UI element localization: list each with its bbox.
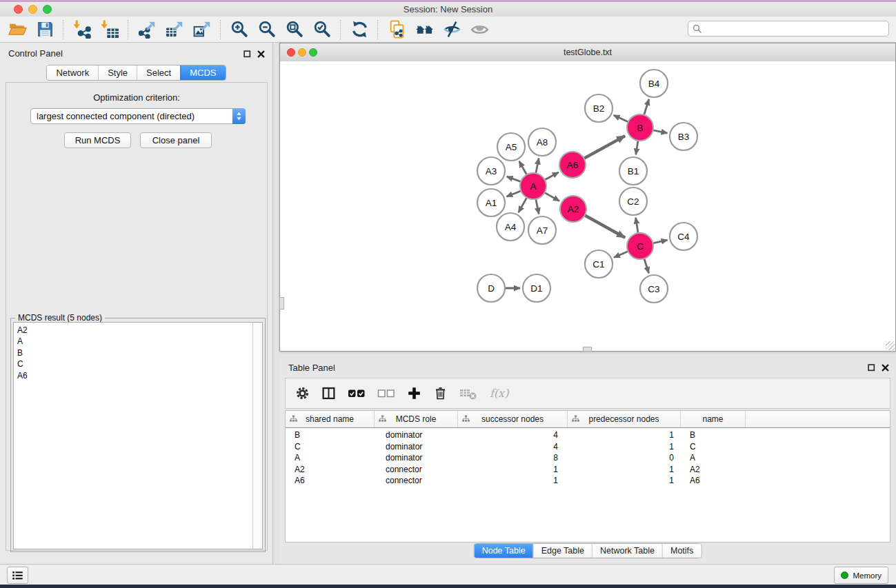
cell-MCDS-role[interactable]: dominator <box>375 442 458 452</box>
tree-icon <box>290 415 297 422</box>
bottom-splitter-handle[interactable] <box>583 347 592 352</box>
tab-style[interactable]: Style <box>98 65 137 80</box>
node-label-D: D <box>488 283 495 294</box>
toolbar-button-copy-network[interactable] <box>385 19 408 41</box>
list-icon <box>12 571 23 580</box>
toolbar-button-import-table[interactable] <box>98 19 121 41</box>
cell-name[interactable]: C <box>681 442 746 452</box>
column-header-name[interactable]: name <box>681 411 746 427</box>
table-panel: Table Panel f(x) shared nameMCDS rolesuc… <box>279 358 896 564</box>
tab-network-table[interactable]: Network Table <box>592 544 662 558</box>
column-header-successor-nodes[interactable]: successor nodes <box>458 411 568 427</box>
optimization-criterion-label: Optimization criterion: <box>6 92 267 103</box>
toolbar-button-export-table[interactable] <box>163 19 186 41</box>
close-panel-button[interactable]: Close panel <box>140 132 212 148</box>
cell-successor-nodes[interactable]: 4 <box>458 442 568 452</box>
column-header-shared-name[interactable]: shared name <box>286 411 375 427</box>
node-label-A: A <box>530 181 536 192</box>
table-row-a[interactable]: Adominator80A <box>286 452 890 464</box>
cell-MCDS-role[interactable]: connector <box>375 465 458 474</box>
close-panel-icon[interactable] <box>257 50 266 59</box>
run-mcds-button[interactable]: Run MCDS <box>64 132 131 148</box>
memory-button[interactable]: Memory <box>834 567 888 584</box>
table-toolbar-trash-icon[interactable] <box>433 386 448 401</box>
table-row-a6[interactable]: A6connector11A6 <box>286 475 890 487</box>
search-input[interactable] <box>705 22 888 36</box>
cell-successor-nodes[interactable]: 4 <box>458 430 568 440</box>
cell-name[interactable]: A6 <box>681 476 746 485</box>
float-table-panel-icon[interactable] <box>868 364 876 372</box>
toolbar-button-open-folder[interactable] <box>6 19 29 41</box>
mcds-result-list[interactable]: A2ABCA6 <box>13 322 263 549</box>
result-item-a[interactable]: A <box>17 336 249 347</box>
cell-name[interactable]: A2 <box>681 465 746 474</box>
tab-node-table[interactable]: Node Table <box>475 544 533 558</box>
optimization-criterion-dropdown[interactable]: largest connected component (directed) <box>30 108 246 124</box>
cell-shared-name[interactable]: A2 <box>286 465 375 474</box>
cell-predecessor-nodes[interactable]: 0 <box>568 453 681 463</box>
cell-predecessor-nodes[interactable]: 1 <box>568 476 681 485</box>
node-label-B2: B2 <box>593 103 605 114</box>
cell-MCDS-role[interactable]: connector <box>375 476 458 485</box>
cell-successor-nodes[interactable]: 1 <box>458 465 568 474</box>
network-canvas[interactable]: AA1A3A5A8A6A4A7A2BB2B4B3B1CC2C4C1C3DD1 <box>280 61 895 351</box>
toolbar-button-eye[interactable] <box>468 19 491 41</box>
toolbar-button-houses[interactable] <box>412 19 436 41</box>
table-toolbar-split-pane-icon[interactable] <box>321 386 336 401</box>
network-window-titlebar[interactable]: testGlobe.txt <box>280 43 895 62</box>
cell-shared-name[interactable]: A <box>286 453 375 463</box>
toolbar-button-refresh[interactable] <box>348 19 371 41</box>
close-table-panel-icon[interactable] <box>882 364 890 372</box>
cell-shared-name[interactable]: A6 <box>286 476 375 485</box>
toolbar-button-import-network[interactable] <box>70 19 94 41</box>
cell-predecessor-nodes[interactable]: 1 <box>568 442 681 452</box>
table-toolbar-checked-boxes-icon[interactable] <box>348 387 366 400</box>
workspace: Control Panel NetworkStyleSelectMCDS Opt… <box>0 43 896 564</box>
cell-successor-nodes[interactable]: 8 <box>458 453 568 463</box>
cell-MCDS-role[interactable]: dominator <box>375 453 458 463</box>
tab-select[interactable]: Select <box>137 65 180 80</box>
toolbar-button-export-network[interactable] <box>135 19 159 41</box>
table-toolbar-plus-icon[interactable] <box>407 386 421 401</box>
result-item-c[interactable]: C <box>17 358 249 369</box>
search-box[interactable] <box>688 21 889 37</box>
toolbar-button-export-image[interactable] <box>190 19 214 41</box>
resize-grip[interactable] <box>886 341 895 350</box>
cell-successor-nodes[interactable]: 1 <box>458 476 568 485</box>
left-splitter-handle[interactable] <box>279 297 284 310</box>
cell-name[interactable]: A <box>681 453 746 463</box>
table-row-b[interactable]: Bdominator41B <box>286 429 890 441</box>
tab-network[interactable]: Network <box>47 65 98 80</box>
toolbar-button-save[interactable] <box>33 19 57 41</box>
table-row-a2[interactable]: A2connector11A2 <box>286 464 890 476</box>
float-panel-icon[interactable] <box>243 50 252 59</box>
cell-predecessor-nodes[interactable]: 1 <box>568 465 681 474</box>
toolbar-button-hide-eye[interactable] <box>440 19 464 41</box>
column-header-MCDS-role[interactable]: MCDS role <box>375 411 458 427</box>
table-toolbar-unchecked-boxes-icon[interactable] <box>377 387 395 400</box>
cell-predecessor-nodes[interactable]: 1 <box>568 430 681 440</box>
dropdown-stepper-icon[interactable] <box>232 108 246 124</box>
tab-mcds[interactable]: MCDS <box>180 65 225 80</box>
toolbar-button-zoom-out[interactable] <box>255 19 279 41</box>
result-item-a6[interactable]: A6 <box>17 370 249 381</box>
cell-shared-name[interactable]: C <box>286 442 375 452</box>
table-toolbar-gear-icon[interactable] <box>295 386 310 401</box>
table-header: shared nameMCDS rolesuccessor nodesprede… <box>286 411 890 428</box>
column-header-predecessor-nodes[interactable]: predecessor nodes <box>568 411 681 427</box>
toolbar-button-zoom-fit[interactable] <box>283 19 306 41</box>
tab-edge-table[interactable]: Edge Table <box>533 544 592 558</box>
window-title: Session: New Session <box>0 2 896 17</box>
task-history-button[interactable] <box>7 567 28 584</box>
cell-shared-name[interactable]: B <box>286 430 375 440</box>
cell-name[interactable]: B <box>681 430 746 440</box>
result-scrollbar[interactable] <box>252 323 262 549</box>
toolbar-button-zoom-selected[interactable] <box>310 19 334 41</box>
result-item-a2[interactable]: A2 <box>17 325 249 336</box>
tab-motifs[interactable]: Motifs <box>662 544 701 558</box>
result-item-b[interactable]: B <box>17 347 249 358</box>
import-table-icon <box>101 20 119 39</box>
toolbar-button-zoom-in[interactable] <box>228 19 251 41</box>
table-row-c[interactable]: Cdominator41C <box>286 441 890 453</box>
cell-MCDS-role[interactable]: dominator <box>375 430 458 440</box>
